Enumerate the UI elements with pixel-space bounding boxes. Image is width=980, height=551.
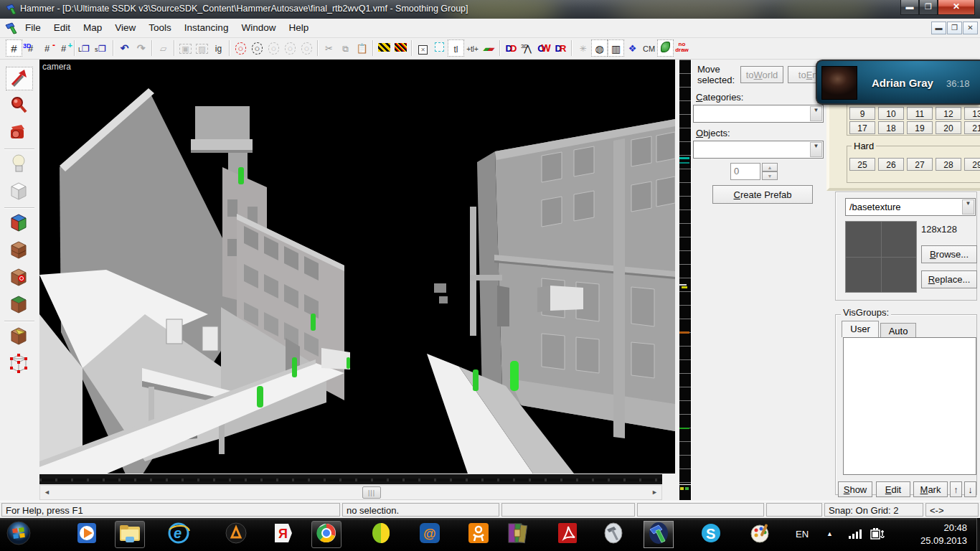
taskbar-winrar-button[interactable] — [502, 521, 532, 548]
dropdown-arrow-icon[interactable]: ▼ — [810, 106, 822, 121]
taskbar-adobe-button[interactable] — [552, 521, 583, 548]
mdi-minimize-button[interactable]: ▬ — [931, 22, 946, 34]
smoothing-group-26-button[interactable]: 26 — [878, 158, 904, 171]
tool-texture-apply-button[interactable] — [6, 212, 33, 235]
smoothing-group-29-button[interactable]: 29 — [964, 158, 980, 171]
language-indicator[interactable]: EN — [796, 529, 809, 540]
browse-button[interactable]: Browse... — [921, 245, 977, 263]
dropdown-arrow-icon[interactable]: ▼ — [810, 142, 822, 157]
taskbar-start-button[interactable] — [6, 519, 32, 550]
taskbar-yandex-button[interactable]: Я — [268, 521, 298, 548]
clock-time[interactable]: 20:48 — [943, 522, 967, 533]
tab-auto[interactable]: Auto — [880, 323, 916, 337]
toolbar-run-w-button[interactable]: OW — [536, 39, 552, 57]
menu-window[interactable]: Window — [235, 19, 282, 37]
taskbar-skype-button[interactable]: S — [696, 521, 726, 548]
tab-user[interactable]: User — [842, 321, 879, 337]
smoothing-group-25-button[interactable]: 25 — [849, 158, 875, 171]
toolbar-select-box-button[interactable]: ✕ — [415, 39, 431, 57]
move-up-button[interactable]: ↑ — [950, 481, 962, 497]
smoothing-group-12-button[interactable]: 12 — [936, 107, 961, 120]
objects-combo[interactable]: ▼ — [693, 141, 824, 159]
spin-down-button[interactable]: ▼ — [762, 171, 778, 180]
toolbar-run-dr-button[interactable]: DR — [552, 39, 569, 57]
toolbar-grid-smaller-button[interactable]: #- — [39, 39, 55, 57]
hidden-icons-arrow[interactable]: ▲ — [826, 530, 833, 537]
tool-apply-current-button[interactable] — [6, 239, 33, 263]
toolbar-leaf-button[interactable] — [657, 39, 674, 57]
toolbar-magnify-box-button[interactable] — [431, 39, 448, 57]
toolbar-texture-lock-tl-button[interactable]: tl — [448, 39, 464, 57]
menu-help[interactable]: Help — [282, 19, 315, 37]
tool-overlay-button[interactable] — [6, 293, 33, 317]
taskbar-palette-button[interactable] — [745, 521, 776, 548]
clock-date[interactable]: 25.09.2013 — [920, 535, 967, 546]
smoothing-group-9-button[interactable]: 9 — [849, 107, 875, 120]
show-button[interactable]: Show — [838, 481, 872, 497]
menu-tools[interactable]: Tools — [142, 19, 178, 37]
toolbar-paste-button[interactable]: 📋 — [354, 39, 370, 57]
toolbar-save-window-state-button[interactable]: ❐s — [94, 39, 110, 57]
create-prefab-button[interactable]: Create Prefab — [712, 185, 813, 204]
smoothing-group-28-button[interactable]: 28 — [936, 158, 961, 171]
minimize-button[interactable]: ▬ — [900, 0, 919, 15]
smoothing-group-18-button[interactable]: 18 — [878, 121, 904, 134]
tool-vertex-button[interactable] — [6, 352, 33, 376]
taskbar-wmp-button[interactable] — [72, 521, 102, 548]
taskbar-aimp-button[interactable] — [221, 521, 251, 548]
toolbar-load-window-state-button[interactable]: ❐L — [77, 39, 94, 57]
smoothing-group-13-button[interactable]: 13 — [964, 107, 980, 120]
categories-combo[interactable]: ▼ — [693, 105, 824, 123]
toolbar-grid-3d-button[interactable]: #3D — [22, 39, 39, 57]
battery-icon[interactable] — [870, 527, 885, 543]
taskbar-mailru-button[interactable]: @ — [415, 521, 445, 548]
toolbar-ignore-groups-button[interactable]: ig — [210, 39, 227, 57]
replace-button[interactable]: Replace... — [921, 270, 977, 288]
3d-viewport[interactable] — [39, 60, 675, 474]
dropdown-arrow-icon[interactable]: ▼ — [962, 199, 974, 215]
toolbar-toggle-group-gray2-button[interactable]: ○ — [282, 39, 298, 57]
close-button[interactable]: ✕ — [938, 0, 975, 15]
toolbar-redo-button[interactable]: ↷ — [133, 39, 149, 57]
smoothing-group-17-button[interactable]: 17 — [849, 121, 875, 134]
toolbar-no-draw-button[interactable]: nodraw — [674, 39, 690, 57]
taskbar-explorer-button[interactable] — [115, 521, 145, 548]
scroll-right-arrow[interactable]: ► — [649, 486, 661, 499]
toolbar-copy-button[interactable]: ⧉ — [337, 39, 354, 57]
edit-button[interactable]: Edit — [876, 481, 910, 497]
toolbar-grid-toggle-button[interactable]: # — [6, 39, 22, 57]
tool-magnify-button[interactable] — [6, 94, 33, 118]
prefab-count-input[interactable]: 0 — [730, 163, 760, 180]
mdi-restore-button[interactable]: ❐ — [947, 22, 962, 34]
tool-block-button[interactable] — [6, 180, 33, 204]
smoothing-group-10-button[interactable]: 10 — [878, 107, 904, 120]
menu-instancing[interactable]: Instancing — [178, 19, 235, 37]
menu-edit[interactable]: Edit — [47, 19, 77, 37]
taskbar-chrome-button[interactable] — [311, 521, 341, 548]
mark-button[interactable]: Mark — [913, 481, 948, 497]
smoothing-group-20-button[interactable]: 20 — [936, 121, 961, 134]
toolbar-cm-text-button[interactable]: CM — [641, 39, 657, 57]
toolbar-undo-button[interactable]: ↶ — [116, 39, 133, 57]
smoothing-group-19-button[interactable]: 19 — [907, 121, 933, 134]
toolbar-hatch-window-button[interactable]: ▥ — [608, 39, 624, 57]
network-icon[interactable] — [848, 528, 862, 542]
taskbar-ydisk-button[interactable] — [366, 521, 396, 548]
tool-clip-button[interactable] — [6, 325, 33, 349]
toolbar-toggle-group-black-button[interactable]: ○ — [249, 39, 265, 57]
scrollbar-thumb[interactable]: ||| — [362, 486, 381, 499]
show-desktop-button[interactable] — [976, 518, 980, 551]
texture-combo[interactable]: /basetexture ▼ — [845, 198, 976, 216]
toolbar-grid-larger-button[interactable]: #+ — [55, 39, 72, 57]
tool-camera-button[interactable] — [6, 121, 33, 145]
tool-decal-button[interactable] — [6, 266, 33, 290]
taskbar-hammer-button[interactable] — [644, 521, 674, 548]
toolbar-toggle-group-gray3-button[interactable]: ○ — [298, 39, 315, 57]
horizontal-scrollbar[interactable] — [39, 485, 662, 500]
visgroups-list[interactable] — [843, 337, 976, 475]
toolbar-blue-cube-button[interactable]: ❖ — [624, 39, 641, 57]
taskbar-ok-button[interactable] — [463, 521, 494, 548]
menu-map[interactable]: Map — [77, 19, 108, 37]
toolbar-wand-button[interactable]: ✳ — [575, 39, 591, 57]
maximize-button[interactable]: ❐ — [919, 0, 938, 15]
